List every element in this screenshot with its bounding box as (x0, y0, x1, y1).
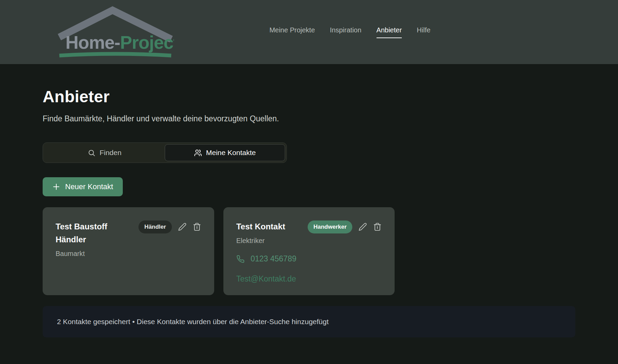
contacts-grid: Test Baustoff Händler Händler Baumarkt (43, 207, 575, 295)
page-title: Anbieter (43, 87, 575, 106)
page-subtitle: Finde Baumärkte, Händler und verwalte de… (43, 114, 575, 123)
logo-text-gray: Home- (65, 32, 120, 52)
main-nav: Meine ProjekteInspirationAnbieterHilfe (269, 26, 430, 38)
tab-switcher: Finden Meine Kontakte (43, 142, 287, 163)
pencil-icon (178, 223, 187, 231)
contact-card: Test Baustoff Händler Händler Baumarkt (43, 207, 214, 295)
new-contact-label: Neuer Kontakt (65, 182, 113, 191)
trash-icon (373, 223, 382, 231)
pencil-icon (358, 223, 367, 231)
delete-contact-button[interactable] (373, 223, 382, 231)
plus-icon (52, 183, 60, 191)
users-icon (194, 149, 202, 157)
tab-meine-kontakte[interactable]: Meine Kontakte (165, 144, 285, 161)
new-contact-button[interactable]: Neuer Kontakt (43, 177, 123, 196)
phone-icon (236, 255, 245, 263)
trash-icon (193, 223, 201, 231)
home-projects-logo: Home-Projects (51, 5, 174, 59)
contact-email-link[interactable]: Test@Kontakt.de (236, 274, 296, 284)
contact-name: Test Kontakt (236, 220, 301, 233)
search-icon (88, 149, 95, 157)
contacts-summary-text: 2 Kontakte gespeichert • Diese Kontakte … (57, 318, 329, 326)
nav-item-anbieter[interactable]: Anbieter (377, 26, 402, 38)
contact-name: Test Baustoff Händler (56, 220, 132, 246)
tab-finden[interactable]: Finden (44, 144, 165, 161)
contact-card: Test Kontakt Handwerker Elektriker (223, 207, 395, 295)
contact-category: Baumarkt (56, 250, 201, 258)
contact-type-badge: Händler (138, 221, 172, 233)
edit-contact-button[interactable] (178, 223, 187, 231)
svg-text:Home-Projects: Home-Projects (65, 32, 174, 52)
contact-phone-text: 0123 456789 (251, 254, 296, 263)
delete-contact-button[interactable] (193, 223, 201, 231)
logo-underline (59, 54, 171, 56)
contacts-summary-bar: 2 Kontakte gespeichert • Diese Kontakte … (43, 306, 575, 337)
nav-item-hilfe[interactable]: Hilfe (417, 26, 430, 38)
app-header: Home-Projects Meine ProjekteInspirationA… (0, 0, 618, 64)
contact-phone-link[interactable]: 0123 456789 (236, 254, 296, 263)
contact-category: Elektriker (236, 237, 382, 245)
main-content: Anbieter Finde Baumärkte, Händler und ve… (43, 64, 575, 337)
tab-meine-kontakte-label: Meine Kontakte (206, 149, 256, 157)
nav-item-meine-projekte[interactable]: Meine Projekte (269, 26, 315, 38)
logo-text-green: Projects (120, 32, 174, 52)
nav-item-inspiration[interactable]: Inspiration (330, 26, 361, 38)
contact-type-badge: Handwerker (308, 221, 352, 233)
edit-contact-button[interactable] (358, 223, 367, 231)
tab-finden-label: Finden (100, 149, 121, 157)
